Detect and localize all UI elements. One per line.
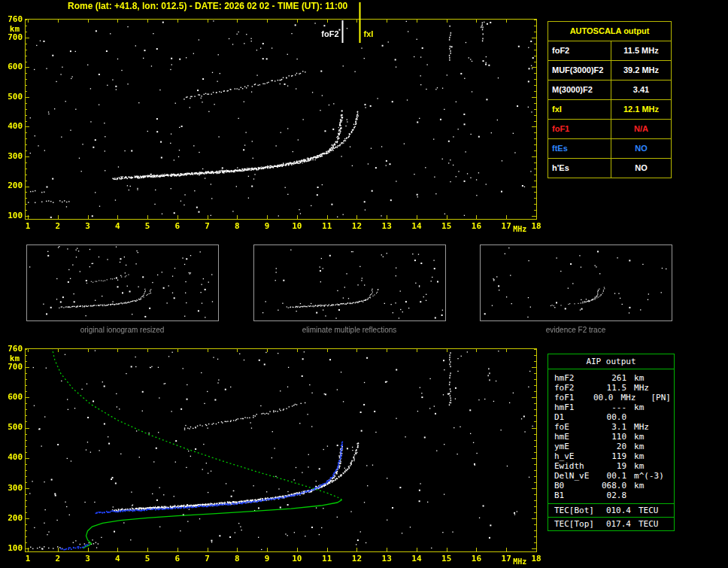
aip-row: hmE110km (554, 432, 671, 442)
aip-row-unit: km (626, 461, 671, 471)
aip-row-label: foF1 (554, 393, 590, 402)
autoscala-row-fxi: fxI 12.1 MHz (548, 100, 671, 120)
autoscala-row-hes: h'Es NO (548, 159, 671, 178)
aip-row-unit: km (626, 451, 671, 461)
thumbnail-caption: evidence F2 trace (480, 326, 672, 334)
aip-row-unit: MHz (626, 383, 671, 393)
aip-row-label: hmF1 (554, 402, 598, 412)
aip-row-value: 11.5 (598, 383, 626, 393)
autoscala-row-label: foF1 (548, 120, 611, 138)
autoscala-row-value: 11.5 MHz (611, 41, 671, 60)
aip-row-value: 19 (598, 461, 626, 471)
aip-rows: hmF2261kmfoF211.5MHzfoF100.0MHz[PN]hmF1-… (548, 369, 674, 503)
aip-row-unit: km (626, 481, 671, 491)
aip-tec-label: TEC[Top] (554, 519, 601, 529)
aip-row-label: B1 (554, 491, 598, 500)
autoscala-output-table: AUTOSCALA output foF2 11.5 MHz MUF(3000)… (548, 21, 672, 178)
autoscala-row-muf3000f2: MUF(3000)F2 39.2 MHz (548, 61, 671, 80)
aip-row-unit (626, 491, 671, 500)
aip-row-label: ymE (554, 442, 598, 451)
aip-row-unit: km (626, 373, 671, 383)
autoscala-row-value: 3.41 (611, 80, 671, 99)
autoscala-window: Rome (lat: +41.8, lon: 012.5) - DATE: 20… (0, 0, 728, 568)
aip-row-label: foF2 (554, 383, 598, 393)
autoscala-row-fof1: foF1 N/A (548, 120, 671, 139)
aip-row-label: foE (554, 422, 598, 432)
aip-tec-rows: TEC[Bot]010.4TECUTEC[Top]017.4TECU (548, 503, 674, 530)
aip-row-unit (626, 412, 671, 422)
autoscala-header: AUTOSCALA output (548, 22, 671, 41)
aip-tec-value: 010.4 (601, 506, 631, 515)
aip-row: foE3.1MHz (554, 422, 671, 432)
aip-row-value: 261 (598, 373, 626, 383)
aip-tec-row: TEC[Bot]010.4TECU (548, 503, 674, 517)
aip-row-value: 00.1 (598, 471, 626, 481)
autoscala-row-fof2: foF2 11.5 MHz (548, 41, 671, 61)
aip-row: foF100.0MHz[PN] (554, 393, 671, 402)
aip-row-value: 02.8 (598, 491, 626, 500)
autoscala-row-label: M(3000)F2 (548, 80, 611, 99)
aip-row-label: hmF2 (554, 373, 598, 383)
aip-tec-unit: TECU (631, 519, 659, 529)
aip-tec-row: TEC[Top]017.4TECU (548, 517, 674, 530)
autoscala-row-value: 12.1 MHz (611, 100, 671, 119)
aip-tec-label: TEC[Bot] (554, 506, 601, 515)
aip-tec-value: 017.4 (601, 519, 631, 529)
aip-row-label: hmE (554, 432, 598, 442)
aip-row-value: 119 (598, 451, 626, 461)
aip-tec-unit: TECU (631, 506, 659, 515)
aip-row: B0068.0km (554, 481, 671, 491)
station-title: Rome (lat: +41.8, lon: 012.5) - DATE: 20… (68, 1, 347, 11)
aip-output-table: AIP output hmF2261kmfoF211.5MHzfoF100.0M… (548, 354, 675, 531)
aip-row-value: 3.1 (598, 422, 626, 432)
aip-row-label: h_vE (554, 451, 598, 461)
aip-row-value: 068.0 (598, 481, 626, 491)
autoscala-row-label: fxI (548, 100, 611, 119)
autoscala-row-label: foF2 (548, 41, 611, 60)
autoscala-row-value: 39.2 MHz (611, 61, 671, 80)
autoscala-row-value: NO (611, 159, 671, 178)
aip-row: hmF1---km (554, 402, 671, 412)
autoscala-row-label: ftEs (548, 139, 611, 158)
aip-row-label: B0 (554, 481, 598, 491)
aip-row-unit: m^(-3) (626, 471, 671, 481)
aip-row-note: [PN] (651, 393, 672, 402)
aip-row: DelN_vE00.1m^(-3) (554, 471, 671, 481)
autoscala-row-m3000f2: M(3000)F2 3.41 (548, 80, 671, 100)
aip-row-unit: MHz (626, 422, 671, 432)
aip-row-value: --- (598, 402, 626, 412)
aip-row: B102.8 (554, 491, 671, 500)
autoscala-row-label: h'Es (548, 159, 611, 178)
aip-row-label: DelN_vE (554, 471, 598, 481)
thumbnail-caption: original ionogram resized (26, 326, 218, 334)
aip-row-value: 00.0 (598, 412, 626, 422)
aip-header: AIP output (548, 354, 674, 369)
aip-row-unit: MHz (613, 393, 651, 402)
aip-row-value: 00.0 (590, 393, 614, 402)
autoscala-row-value: NO (611, 139, 671, 158)
autoscala-row-value: N/A (611, 120, 671, 138)
aip-row: hmF2261km (554, 373, 671, 383)
aip-row-label: Ewidth (554, 461, 598, 471)
autoscala-row-label: MUF(3000)F2 (548, 61, 611, 80)
aip-row: ymE20km (554, 442, 671, 451)
aip-row: foF211.5MHz (554, 383, 671, 393)
aip-row-unit: km (626, 402, 671, 412)
aip-row-value: 20 (598, 442, 626, 451)
thumbnail-caption: eliminate multiple reflections (253, 326, 445, 334)
autoscala-row-ftes: ftEs NO (548, 139, 671, 159)
aip-row-unit: km (626, 432, 671, 442)
aip-row: D100.0 (554, 412, 671, 422)
aip-row-unit: km (626, 442, 671, 451)
aip-row: h_vE119km (554, 451, 671, 461)
aip-row-value: 110 (598, 432, 626, 442)
aip-row-label: D1 (554, 412, 598, 422)
aip-row: Ewidth19km (554, 461, 671, 471)
